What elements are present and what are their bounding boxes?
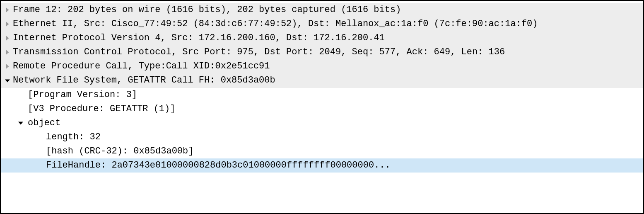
tree-row-tcp[interactable]: Transmission Control Protocol, Src Port:…: [1, 45, 643, 59]
chevron-right-icon[interactable]: [2, 36, 13, 41]
row-text: Frame 12: 202 bytes on wire (1616 bits),…: [13, 3, 401, 17]
tree-row-hash[interactable]: [hash (CRC-32): 0x85d3a00b]: [1, 144, 643, 158]
row-text: Transmission Control Protocol, Src Port:…: [13, 45, 505, 59]
row-text: Network File System, GETATTR Call FH: 0x…: [13, 73, 275, 88]
tree-row-frame[interactable]: Frame 12: 202 bytes on wire (1616 bits),…: [1, 3, 643, 17]
chevron-right-icon[interactable]: [2, 64, 13, 69]
row-text: Ethernet II, Src: Cisco_77:49:52 (84:3d:…: [13, 17, 538, 31]
packet-details-pane: Frame 12: 202 bytes on wire (1616 bits),…: [0, 0, 644, 214]
chevron-right-icon[interactable]: [2, 50, 13, 55]
chevron-down-icon[interactable]: [15, 121, 26, 126]
row-text: Internet Protocol Version 4, Src: 172.16…: [13, 31, 385, 45]
tree-row-filehandle[interactable]: FileHandle: 2a07343e01000000828d0b3c0100…: [1, 158, 643, 173]
row-text: length: 32: [46, 130, 101, 144]
row-text: [V3 Procedure: GETATTR (1)]: [28, 102, 175, 116]
row-text: [hash (CRC-32): 0x85d3a00b]: [46, 144, 193, 158]
tree-row-rpc[interactable]: Remote Procedure Call, Type:Call XID:0x2…: [1, 59, 643, 73]
tree-row-object[interactable]: object: [1, 116, 643, 130]
tree-row-v3-procedure[interactable]: [V3 Procedure: GETATTR (1)]: [1, 102, 643, 116]
tree-row-program-version[interactable]: [Program Version: 3]: [1, 88, 643, 102]
tree-row-ip[interactable]: Internet Protocol Version 4, Src: 172.16…: [1, 31, 643, 45]
chevron-down-icon[interactable]: [2, 78, 13, 83]
row-text: Remote Procedure Call, Type:Call XID:0x2…: [13, 59, 270, 73]
row-text: [Program Version: 3]: [28, 88, 137, 102]
tree-row-nfs[interactable]: Network File System, GETATTR Call FH: 0x…: [1, 73, 643, 88]
chevron-right-icon[interactable]: [2, 22, 13, 27]
chevron-right-icon[interactable]: [2, 7, 13, 12]
tree-row-ethernet[interactable]: Ethernet II, Src: Cisco_77:49:52 (84:3d:…: [1, 17, 643, 31]
tree-row-length[interactable]: length: 32: [1, 130, 643, 144]
row-text: object: [28, 116, 60, 130]
row-text: FileHandle: 2a07343e01000000828d0b3c0100…: [46, 158, 391, 173]
